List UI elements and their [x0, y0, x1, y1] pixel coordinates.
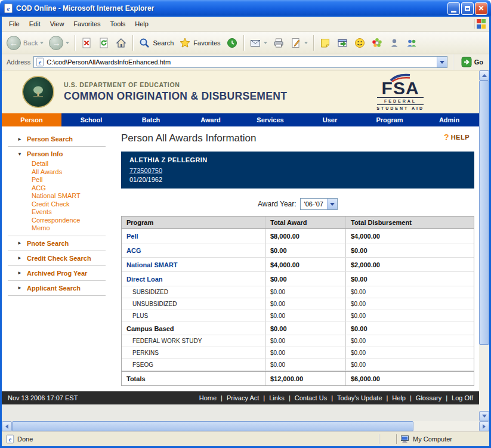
go-button[interactable]: Go	[459, 57, 486, 67]
menu-file[interactable]: File	[4, 18, 24, 30]
ie-document-icon: e	[36, 58, 44, 66]
title-bar: e COD Online - Microsoft Internet Explor…	[0, 0, 491, 17]
help-link[interactable]: ? HELP	[444, 132, 470, 142]
footer-link-links[interactable]: Links	[269, 394, 285, 401]
scroll-up-button[interactable]	[479, 70, 489, 81]
footer-link-privacy-act[interactable]: Privacy Act	[227, 394, 259, 401]
sidebar-item-person-info[interactable]: ▼ Person Info	[2, 149, 114, 159]
discuss-button[interactable]	[317, 35, 333, 51]
table-row: FEDERAL WORK STUDY$0.00$0.00	[122, 335, 474, 347]
sidebar-item-applicant-search[interactable]: ► Applicant Search	[2, 283, 114, 293]
window-arrow-icon	[336, 37, 348, 49]
sidebar-link-national-smart[interactable]: National SMART	[32, 192, 114, 200]
address-input[interactable]: e C:\cod\PersonAllAwardsInfoEnhanced.htm	[33, 56, 447, 68]
mail-button[interactable]	[247, 35, 270, 51]
fsa-federal: FEDERAL	[384, 98, 416, 104]
nav-tab-person[interactable]: Person	[2, 113, 61, 126]
chevron-down-icon	[440, 61, 444, 64]
scroll-right-button[interactable]	[479, 421, 489, 431]
nav-tab-admin[interactable]: Admin	[419, 113, 479, 126]
award-year-select[interactable]: '06-'07	[300, 198, 338, 210]
stop-button[interactable]	[78, 35, 95, 51]
back-icon: ←	[7, 36, 21, 50]
sidebar-item-credit-check-search[interactable]: ► Credit Check Search	[2, 253, 114, 264]
nav-tab-school[interactable]: School	[61, 113, 121, 126]
footer-link-log-off[interactable]: Log Off	[452, 394, 473, 401]
minimize-button[interactable]	[447, 2, 460, 15]
sidebar-link-all-awards[interactable]: All Awards	[32, 168, 114, 177]
footer-link-todays-update[interactable]: Today's Update	[337, 394, 382, 401]
footer-link-contact-us[interactable]: Contact Us	[295, 394, 327, 401]
close-button[interactable]: ✕	[475, 2, 487, 15]
search-button[interactable]: Search	[136, 35, 176, 51]
vertical-scroll-track[interactable]	[479, 81, 489, 411]
sidebar-link-credit-check[interactable]: Credit Check	[32, 200, 114, 209]
nav-tab-award[interactable]: Award	[181, 113, 240, 126]
menu-help[interactable]: Help	[130, 18, 153, 30]
nav-tab-batch[interactable]: Batch	[121, 113, 181, 126]
icq-button[interactable]	[369, 35, 385, 51]
go-label: Go	[474, 58, 483, 66]
horizontal-scroll-thumb[interactable]	[12, 421, 413, 431]
footer-link-glossary[interactable]: Glossary	[416, 394, 441, 401]
sidebar-link-events[interactable]: Events	[32, 208, 114, 217]
arrow-left-icon	[5, 424, 8, 429]
favorites-button[interactable]: Favorites	[177, 35, 223, 51]
vertical-scroll-thumb[interactable]	[479, 81, 489, 345]
award-year-label: Award Year:	[258, 200, 297, 208]
sidebar-link-memo[interactable]: Memo	[32, 224, 114, 233]
horizontal-scrollbar[interactable]	[2, 421, 489, 431]
sidebar-item-pnote-search[interactable]: ► Pnote Search	[2, 238, 114, 249]
my-computer-icon	[400, 435, 410, 443]
program-link-direct-loan[interactable]: Direct Loan	[122, 276, 265, 283]
person-icon	[388, 37, 400, 49]
sidebar: ► Person Search ▼ Person Info Detail All…	[2, 126, 114, 391]
scroll-left-button[interactable]	[2, 421, 12, 431]
footer-link-help[interactable]: Help	[392, 394, 406, 401]
arrow-right-icon	[483, 424, 486, 429]
sidebar-link-acg[interactable]: ACG	[32, 184, 114, 193]
address-dropdown-button[interactable]	[437, 57, 447, 67]
fsa-wordmark: FSA	[382, 80, 419, 97]
select-dropdown-button[interactable]	[327, 199, 337, 209]
menu-tools[interactable]: Tools	[106, 18, 131, 30]
contacts-button[interactable]	[386, 35, 403, 51]
status-page-icon: e	[7, 435, 14, 443]
sidebar-link-pell[interactable]: Pell	[32, 176, 114, 184]
footer-link-home[interactable]: Home	[199, 394, 217, 401]
research-button[interactable]	[334, 35, 351, 51]
edit-button[interactable]	[288, 35, 310, 51]
refresh-button[interactable]	[95, 35, 112, 51]
program-link-acg[interactable]: ACG	[122, 247, 265, 254]
person-name: ALETHIA Z PELLEGRIN	[129, 156, 466, 165]
menu-favorites[interactable]: Favorites	[69, 18, 105, 30]
program-link-pell[interactable]: Pell	[122, 233, 265, 240]
forward-button[interactable]: →	[47, 34, 72, 52]
messenger-button[interactable]	[351, 35, 368, 51]
print-button[interactable]	[270, 35, 287, 51]
sidebar-link-detail[interactable]: Detail	[32, 160, 114, 168]
people-button[interactable]	[403, 35, 420, 51]
maximize-button[interactable]	[461, 2, 474, 15]
vertical-scrollbar[interactable]	[479, 70, 489, 421]
menu-view[interactable]: View	[45, 18, 69, 30]
person-id-link[interactable]: 773500750	[129, 166, 162, 175]
minimize-icon	[451, 11, 456, 13]
table-row: Campus Based$0.00$0.00	[122, 322, 474, 335]
nav-tab-program[interactable]: Program	[360, 113, 419, 126]
horizontal-scroll-track[interactable]	[12, 421, 479, 431]
sidebar-item-archived-prog-year[interactable]: ► Archived Prog Year	[2, 268, 114, 279]
sidebar-link-correspondence[interactable]: Correspondence	[32, 217, 114, 225]
footer-timestamp: Nov 13 2006 17:07 EST	[8, 394, 78, 401]
history-button[interactable]	[224, 35, 240, 51]
menu-edit[interactable]: Edit	[24, 18, 45, 30]
scroll-down-button[interactable]	[479, 411, 489, 421]
home-button[interactable]	[113, 35, 129, 51]
nav-tab-user[interactable]: User	[300, 113, 360, 126]
program-link-national-smart[interactable]: National SMART	[122, 261, 265, 268]
forward-dropdown-icon	[66, 42, 69, 44]
column-header-total-disbursement: Total Disbursement	[345, 217, 474, 228]
sidebar-item-person-search[interactable]: ► Person Search	[2, 134, 114, 144]
nav-tab-services[interactable]: Services	[240, 113, 300, 126]
back-button[interactable]: ← Back	[4, 34, 46, 52]
